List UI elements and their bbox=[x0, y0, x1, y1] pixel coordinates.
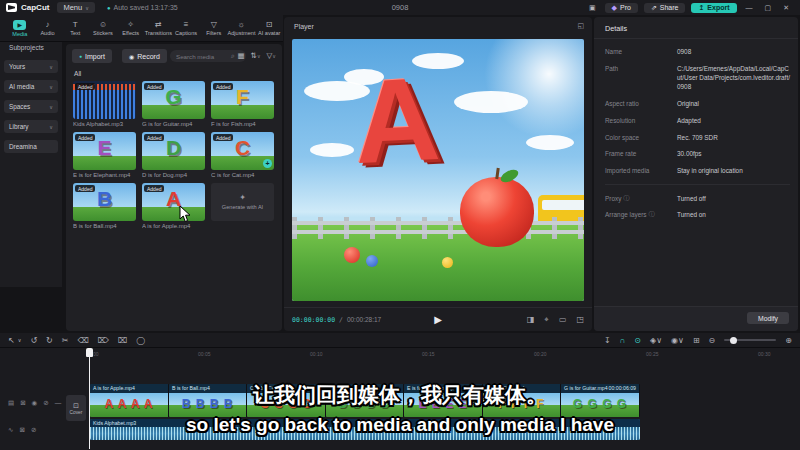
media-panel: ●Import ◉Record ⌕ ▦ ⇅∨ ▽∨ All Added Kids… bbox=[66, 44, 282, 331]
chevron-down-icon: ∨ bbox=[49, 104, 53, 110]
zoom-out-icon[interactable]: ⊖ bbox=[709, 336, 716, 345]
tab-media[interactable]: ▶Media bbox=[6, 20, 34, 37]
yellow-ball bbox=[442, 257, 453, 268]
tab-ai-avatar[interactable]: ⊡AI avatar bbox=[255, 20, 283, 36]
media-item[interactable]: GAdded G is for Guitar.mp4 bbox=[142, 81, 205, 127]
media-item[interactable]: EAdded E is for Elephant.mp4 bbox=[73, 132, 136, 178]
zoom-slider-knob[interactable] bbox=[730, 337, 737, 344]
zoom-in-icon[interactable]: ⊕ bbox=[785, 336, 792, 345]
generate-with-ai-card[interactable]: ✦Generate with AI bbox=[211, 183, 274, 229]
sidebar-item-subprojects[interactable]: Subprojects bbox=[9, 44, 44, 51]
main-toolbar: ▶Media ♪Audio TText ☺Stickers ✧Effects ⇄… bbox=[0, 15, 283, 42]
detail-row-aspect-ratio: Aspect ratioOriginal bbox=[605, 99, 790, 108]
pro-button[interactable]: ◆Pro bbox=[605, 3, 638, 13]
video-thumbnail[interactable]: DAdded bbox=[142, 132, 205, 170]
minimize-button[interactable]: — bbox=[743, 4, 756, 11]
redo-icon[interactable]: ↻ bbox=[46, 336, 53, 345]
delete-left-icon[interactable]: ⌫ bbox=[77, 336, 88, 345]
video-thumbnail[interactable]: AAdded bbox=[142, 183, 205, 221]
snapping-icon[interactable]: ∩ bbox=[620, 336, 626, 345]
video-preview[interactable]: A bbox=[292, 39, 584, 301]
tab-adjustment[interactable]: ☼Adjustment bbox=[228, 20, 256, 36]
audio-icon: ♪ bbox=[46, 20, 50, 29]
sidebar-item-yours[interactable]: Yours∨ bbox=[4, 60, 58, 73]
select-tool-icon[interactable]: ↖ bbox=[8, 336, 15, 345]
delete-right-icon[interactable]: ⌦ bbox=[98, 336, 109, 345]
media-item[interactable]: Added Kids Alphabet.mp3 bbox=[73, 81, 136, 127]
transitions-icon: ⇄ bbox=[155, 20, 162, 29]
adjustment-icon: ☼ bbox=[238, 20, 245, 29]
added-badge: Added bbox=[75, 83, 95, 90]
playhead-handle[interactable] bbox=[86, 348, 93, 357]
detail-row-proxy: ProxyⓘTurned off bbox=[605, 194, 790, 203]
player-detach-icon[interactable]: ◱ bbox=[577, 22, 584, 30]
layout-icon[interactable]: ▣ bbox=[586, 4, 599, 12]
tab-filters[interactable]: ▽Filters bbox=[200, 20, 228, 36]
media-item[interactable]: BAdded B is for Ball.mp4 bbox=[73, 183, 136, 229]
linking-icon[interactable]: ⊙ bbox=[634, 336, 641, 345]
chevron-down-icon[interactable]: ∨ bbox=[18, 337, 22, 343]
tab-transitions[interactable]: ⇄Transitions bbox=[145, 20, 173, 36]
tab-audio[interactable]: ♪Audio bbox=[34, 20, 62, 36]
chevron-down-icon: ∨ bbox=[49, 64, 53, 70]
ratio-icon[interactable]: ▭ bbox=[559, 315, 567, 325]
video-thumbnail[interactable]: EAdded bbox=[73, 132, 136, 170]
tab-text[interactable]: TText bbox=[61, 20, 89, 36]
undo-icon[interactable]: ↺ bbox=[30, 336, 37, 345]
waveform bbox=[73, 89, 136, 119]
search-input[interactable] bbox=[176, 53, 228, 60]
divider bbox=[605, 184, 790, 185]
close-button[interactable]: ✕ bbox=[780, 4, 792, 12]
split-icon[interactable]: ✂ bbox=[62, 336, 69, 345]
mouse-cursor bbox=[179, 205, 193, 223]
diamond-icon: ◆ bbox=[612, 4, 617, 12]
captions-icon: ≡ bbox=[184, 20, 189, 29]
timeline-zoom-slider[interactable] bbox=[724, 339, 776, 341]
menu-button[interactable]: Menu∨ bbox=[57, 2, 94, 13]
timeline-ruler[interactable]: 00:00 00:05 00:10 00:15 00:20 00:25 00:3… bbox=[0, 348, 800, 361]
filter-icon[interactable]: ▽∨ bbox=[267, 51, 276, 60]
download-icon[interactable]: ↧ bbox=[604, 336, 611, 345]
add-to-timeline-button[interactable]: + bbox=[263, 159, 272, 168]
search-box[interactable]: ⌕ bbox=[170, 50, 246, 62]
media-item[interactable]: CAdded+ C is for Cat.mp4 bbox=[211, 132, 274, 178]
audio-thumbnail[interactable]: Added bbox=[73, 81, 136, 119]
speaker-icon[interactable]: ◉∨ bbox=[671, 336, 684, 345]
details-title: Details bbox=[605, 24, 627, 33]
video-thumbnail[interactable]: BAdded bbox=[73, 183, 136, 221]
grid-view-icon[interactable]: ▦ bbox=[237, 51, 244, 60]
mask-icon[interactable]: ◯ bbox=[136, 336, 145, 345]
delete-icon[interactable]: ⌧ bbox=[118, 336, 127, 345]
media-item[interactable]: FAdded F is for Fish.mp4 bbox=[211, 81, 274, 127]
quality-icon[interactable]: ⌖ bbox=[544, 315, 549, 325]
audio-sync-icon[interactable]: ◈∨ bbox=[650, 336, 662, 345]
mirror-preview-icon[interactable]: ◨ bbox=[527, 315, 535, 325]
sidebar-item-library[interactable]: Library∨ bbox=[4, 120, 58, 133]
fullscreen-icon[interactable]: ◳ bbox=[576, 315, 584, 325]
tab-captions[interactable]: ≡Captions bbox=[172, 20, 200, 36]
import-button[interactable]: ●Import bbox=[72, 49, 112, 63]
sidebar-item-spaces[interactable]: Spaces∨ bbox=[4, 100, 58, 113]
maximize-button[interactable]: ▢ bbox=[762, 4, 775, 12]
record-button[interactable]: ◉Record bbox=[122, 49, 167, 63]
subtitle-chinese: 让我们回到媒体，我只有媒体。 bbox=[0, 381, 800, 409]
video-thumbnail[interactable]: FAdded bbox=[211, 81, 274, 119]
media-item[interactable]: DAdded D is for Dog.mp4 bbox=[142, 132, 205, 178]
sidebar-item-ai-media[interactable]: AI media∨ bbox=[4, 80, 58, 93]
sort-icon[interactable]: ⇅∨ bbox=[251, 51, 261, 60]
chevron-down-icon: ∨ bbox=[656, 336, 662, 345]
media-item[interactable]: AAdded A is for Apple.mp4 bbox=[142, 183, 205, 229]
tab-stickers[interactable]: ☺Stickers bbox=[89, 20, 117, 36]
modify-button[interactable]: Modify bbox=[747, 312, 789, 324]
titlebar: CapCut Menu∨ ●Auto saved 13:17:35 0908 ▣… bbox=[0, 0, 800, 15]
tab-effects[interactable]: ✧Effects bbox=[117, 20, 145, 36]
sidebar-item-dreamina[interactable]: Dreamina bbox=[4, 140, 58, 153]
video-thumbnail[interactable]: GAdded bbox=[142, 81, 205, 119]
export-button[interactable]: ↥Export bbox=[691, 3, 736, 13]
chevron-down-icon: ∨ bbox=[85, 5, 89, 11]
section-label-all[interactable]: All bbox=[74, 70, 81, 77]
share-button[interactable]: ⇗Share bbox=[644, 3, 686, 13]
media-item-name: C is for Cat.mp4 bbox=[211, 172, 274, 178]
preview-axis-icon[interactable]: ⊞ bbox=[693, 336, 700, 345]
video-thumbnail[interactable]: CAdded+ bbox=[211, 132, 274, 170]
